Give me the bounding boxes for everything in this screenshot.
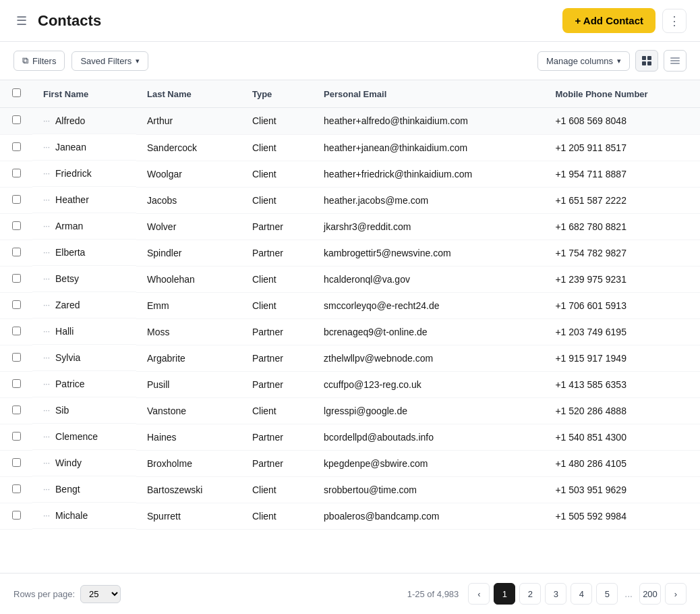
row-checkbox-cell[interactable] [0,161,32,187]
cell-first-name: ··· Janean [32,134,136,161]
row-checkbox[interactable] [12,379,21,388]
cell-type: Partner [241,371,313,397]
row-checkbox[interactable] [12,353,21,362]
manage-columns-button[interactable]: Manage columns ▾ [537,51,630,71]
row-menu-icon[interactable]: ··· [43,142,50,152]
row-checkbox[interactable] [12,142,21,151]
toolbar-right: Manage columns ▾ [537,50,687,72]
select-all-checkbox[interactable] [12,88,21,97]
row-checkbox[interactable] [12,406,21,414]
more-options-button[interactable]: ⋮ [662,9,687,33]
row-checkbox-cell[interactable] [0,134,32,161]
cell-first-name: ··· Elberta [32,240,136,266]
hamburger-icon[interactable]: ☰ [13,11,30,31]
row-checkbox[interactable] [12,248,21,256]
row-menu-icon[interactable]: ··· [43,406,50,415]
row-checkbox[interactable] [12,458,21,467]
table-row[interactable]: ··· Alfredo Arthur Client heather+alfred… [0,108,700,135]
table-row[interactable]: ··· Sib Vanstone Client lgresspi@google.… [0,397,700,424]
cell-last-name: Jacobs [136,187,241,213]
row-checkbox-cell[interactable] [0,345,32,371]
row-checkbox-cell[interactable] [0,292,32,318]
col-header-phone: Mobile Phone Number [544,80,700,108]
row-checkbox-cell[interactable] [0,318,32,345]
table-row[interactable]: ··· Clemence Haines Partner bcordellpd@a… [0,424,700,450]
header-left: ☰ Contacts [13,11,101,31]
table-row[interactable]: ··· Sylvia Argabrite Partner zthelwllpv@… [0,345,700,371]
cell-type: Partner [241,345,313,371]
table-row[interactable]: ··· Zared Emm Client smccorleyqo@e-recht… [0,292,700,318]
table-row[interactable]: ··· Patrice Pusill Partner ccuffpo@123-r… [0,371,700,397]
row-checkbox-cell[interactable] [0,397,32,424]
row-menu-icon[interactable]: ··· [43,248,50,257]
row-menu-icon[interactable]: ··· [43,484,50,494]
row-checkbox[interactable] [12,432,21,441]
row-checkbox-cell[interactable] [0,450,32,476]
table-row[interactable]: ··· Friedrick Woolgar Client heather+fri… [0,161,700,187]
row-menu-icon[interactable]: ··· [43,458,50,468]
row-checkbox-cell[interactable] [0,108,32,135]
row-menu-icon[interactable]: ··· [43,432,50,441]
row-menu-icon[interactable]: ··· [43,221,50,231]
cell-email: kambrogettir5@newsvine.com [313,240,544,266]
row-menu-icon[interactable]: ··· [43,274,50,283]
row-menu-icon[interactable]: ··· [43,116,50,125]
table-row[interactable]: ··· Betsy Whoolehan Client hcalderonql@v… [0,266,700,292]
cell-last-name: Pusill [136,371,241,397]
select-all-header[interactable] [0,80,32,108]
row-menu-icon[interactable]: ··· [43,195,50,204]
cell-phone: +1 651 587 2222 [544,187,700,213]
chevron-down-icon: ▾ [617,57,621,65]
row-menu-icon[interactable]: ··· [43,300,50,310]
cell-type: Client [241,397,313,424]
cell-first-name: ··· Sylvia [32,345,136,371]
row-menu-icon[interactable]: ··· [43,169,50,178]
row-checkbox-cell[interactable] [0,424,32,450]
cell-last-name: Whoolehan [136,266,241,292]
saved-filters-button[interactable]: Saved Filters ▾ [71,51,148,71]
cell-email: bcrenageq9@t-online.de [313,318,544,345]
table-row[interactable]: ··· Bengt Bartoszewski Client srobbertou… [0,476,700,503]
table-row[interactable]: ··· Windy Broxholme Partner kpegdenpe@sb… [0,450,700,476]
cell-type: Client [241,134,313,161]
cell-email: lgresspi@google.de [313,397,544,424]
row-checkbox-cell[interactable] [0,213,32,240]
add-contact-button[interactable]: + Add Contact [562,8,655,33]
cell-first-name: ··· Zared [32,292,136,318]
table-row[interactable]: ··· Halli Moss Partner bcrenageq9@t-onli… [0,318,700,345]
row-checkbox[interactable] [12,221,21,230]
row-checkbox[interactable] [12,169,21,177]
table-row[interactable]: ··· Arman Wolver Partner jkarshr3@reddit… [0,213,700,240]
list-view-button[interactable] [664,50,687,72]
row-checkbox[interactable] [12,115,21,124]
row-menu-icon[interactable]: ··· [43,511,50,520]
table-row[interactable]: ··· Elberta Spindler Partner kambrogetti… [0,240,700,266]
row-checkbox[interactable] [12,327,21,335]
cell-phone: +1 954 711 8887 [544,161,700,187]
table-row[interactable]: ··· Janean Sandercock Client heather+jan… [0,134,700,161]
row-checkbox-cell[interactable] [0,371,32,397]
row-checkbox-cell[interactable] [0,240,32,266]
cell-phone: +1 540 851 4300 [544,424,700,450]
cell-last-name: Broxholme [136,450,241,476]
row-checkbox-cell[interactable] [0,266,32,292]
cell-first-name: ··· Windy [32,450,136,476]
row-checkbox-cell[interactable] [0,503,32,529]
row-checkbox-cell[interactable] [0,476,32,503]
row-checkbox-cell[interactable] [0,187,32,213]
cell-email: heather+janean@thinkaidium.com [313,134,544,161]
contacts-table: First Name Last Name Type Personal Email… [0,80,700,530]
row-checkbox[interactable] [12,300,21,309]
table-row[interactable]: ··· Michale Spurrett Client pboaleros@ba… [0,503,700,529]
cell-type: Partner [241,240,313,266]
row-menu-icon[interactable]: ··· [43,379,50,389]
row-checkbox[interactable] [12,195,21,204]
row-menu-icon[interactable]: ··· [43,327,50,336]
row-checkbox[interactable] [12,274,21,283]
table-row[interactable]: ··· Heather Jacobs Client heather.jacobs… [0,187,700,213]
row-checkbox[interactable] [12,511,21,520]
row-checkbox[interactable] [12,484,21,493]
grid-view-button[interactable] [635,50,658,72]
row-menu-icon[interactable]: ··· [43,353,50,362]
filters-button[interactable]: ⧉ Filters [13,51,65,71]
